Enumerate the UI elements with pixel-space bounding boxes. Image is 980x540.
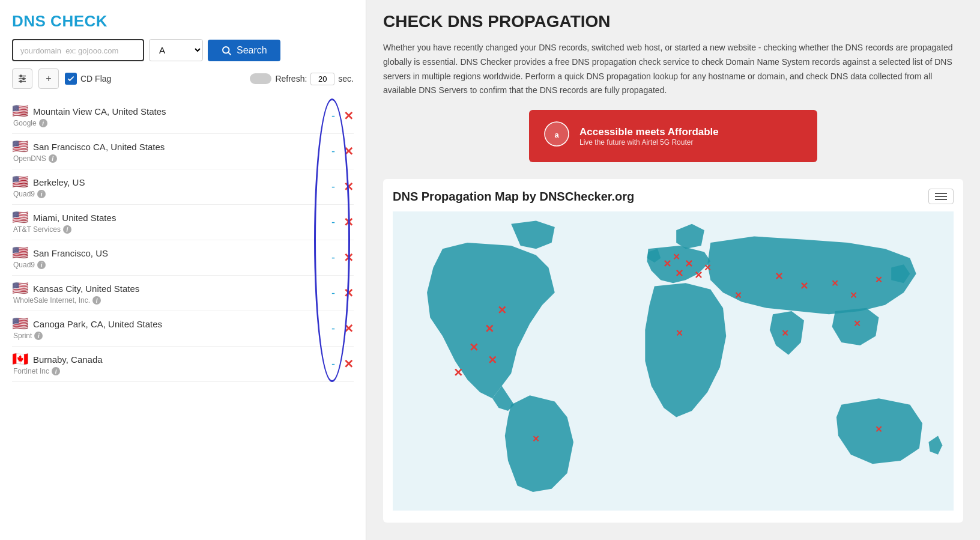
map-menu-button[interactable] [928, 189, 954, 204]
location-name: Canoga Park, CA, United States [33, 319, 162, 329]
table-row: 🇺🇸 Miami, United States AT&T Services i … [12, 205, 354, 240]
server-provider: Quad9 i [13, 190, 331, 198]
minus-link[interactable]: - [331, 111, 335, 121]
minus-link[interactable]: - [331, 288, 335, 299]
server-info: 🇨🇦 Burnaby, Canada Fortinet Inc i [12, 353, 331, 375]
server-actions: - ✕ [331, 252, 354, 264]
server-actions: - ✕ [331, 358, 354, 370]
domain-input[interactable] [12, 39, 144, 61]
server-actions: - ✕ [331, 287, 354, 299]
server-location: 🇺🇸 Kansas City, United States [12, 282, 331, 295]
provider-name: WholeSale Internet, Inc. [13, 296, 90, 305]
svg-text:✕: ✕ [663, 259, 671, 270]
add-button[interactable]: + [38, 68, 59, 89]
remove-server-button[interactable]: ✕ [343, 252, 354, 264]
svg-text:✕: ✕ [850, 291, 858, 300]
server-provider: OpenDNS i [13, 154, 331, 163]
remove-server-button[interactable]: ✕ [343, 145, 354, 157]
server-provider: Fortinet Inc i [13, 367, 331, 375]
location-name: San Francisco, US [33, 248, 108, 258]
info-icon[interactable]: i [52, 367, 60, 375]
svg-text:✕: ✕ [875, 276, 883, 285]
left-panel: DNS CHECK A AAAA CNAME MX NS TXT SOA CAA… [0, 0, 366, 540]
provider-name: Quad9 [13, 261, 35, 269]
remove-server-button[interactable]: ✕ [343, 358, 354, 370]
location-name: Kansas City, United States [33, 284, 139, 294]
svg-text:✕: ✕ [800, 281, 808, 292]
provider-name: OpenDNS [13, 154, 46, 163]
minus-link[interactable]: - [331, 359, 335, 369]
server-info: 🇺🇸 San Francisco CA, United States OpenD… [12, 140, 331, 163]
svg-text:✕: ✕ [685, 259, 693, 270]
svg-text:✕: ✕ [673, 252, 680, 262]
server-info: 🇺🇸 Miami, United States AT&T Services i [12, 211, 331, 234]
server-location: 🇺🇸 Berkeley, US [12, 175, 331, 189]
table-row: 🇺🇸 Mountain View CA, United States Googl… [12, 99, 354, 134]
info-icon[interactable]: i [34, 332, 43, 340]
ad-logo: a [543, 121, 570, 151]
dns-check-title: DNS CHECK [12, 12, 354, 31]
provider-name: AT&T Services [13, 225, 61, 234]
provider-name: Quad9 [13, 190, 35, 198]
location-name: San Francisco CA, United States [33, 142, 165, 152]
svg-point-0 [223, 47, 229, 53]
svg-text:✕: ✕ [831, 279, 839, 288]
world-map: ✕ ✕ ✕ ✕ ✕ ✕ ✕ ✕ ✕ ✕ ✕ ✕ ✕ ✕ ✕ ✕ ✕ [393, 211, 954, 513]
provider-name: Sprint [13, 332, 32, 340]
server-location: 🇺🇸 Canoga Park, CA, United States [12, 317, 331, 330]
svg-text:✕: ✕ [532, 434, 540, 444]
svg-text:✕: ✕ [704, 263, 712, 273]
country-flag: 🇺🇸 [12, 175, 28, 189]
remove-server-button[interactable]: ✕ [343, 323, 354, 335]
remove-server-button[interactable]: ✕ [343, 110, 354, 122]
settings-button[interactable] [12, 68, 32, 89]
ad-text: Accessible meets Affordable Live the fut… [579, 126, 719, 147]
provider-name: Fortinet Inc [13, 367, 49, 375]
cd-flag-checkbox[interactable] [65, 73, 77, 85]
server-actions: - ✕ [331, 181, 354, 193]
location-name: Miami, United States [33, 213, 116, 223]
ad-banner[interactable]: a Accessible meets Affordable Live the f… [529, 110, 817, 162]
info-icon[interactable]: i [49, 154, 57, 163]
search-icon [221, 45, 232, 56]
location-name: Mountain View CA, United States [33, 106, 166, 117]
refresh-value-input[interactable] [310, 73, 334, 85]
minus-link[interactable]: - [331, 146, 335, 157]
svg-point-5 [20, 75, 22, 77]
table-row: 🇺🇸 San Francisco CA, United States OpenD… [12, 134, 354, 169]
search-button[interactable]: Search [208, 40, 280, 61]
info-icon[interactable]: i [92, 296, 101, 305]
remove-server-button[interactable]: ✕ [343, 216, 354, 228]
server-list: 🇺🇸 Mountain View CA, United States Googl… [12, 99, 354, 382]
server-actions: - ✕ [331, 323, 354, 335]
minus-link[interactable]: - [331, 217, 335, 228]
info-icon[interactable]: i [37, 190, 46, 198]
country-flag: 🇨🇦 [12, 353, 28, 366]
server-actions: - ✕ [331, 216, 354, 228]
refresh-toggle[interactable] [250, 73, 271, 84]
country-flag: 🇺🇸 [12, 246, 28, 259]
country-flag: 🇺🇸 [12, 105, 28, 118]
minus-link[interactable]: - [331, 252, 335, 263]
svg-text:✕: ✕ [875, 425, 883, 435]
cd-flag-toggle[interactable]: CD Flag [65, 73, 111, 85]
info-icon[interactable]: i [39, 119, 47, 127]
minus-link[interactable]: - [331, 323, 335, 334]
table-row: 🇺🇸 San Francisco, US Quad9 i - ✕ [12, 240, 354, 276]
svg-point-6 [23, 78, 25, 80]
server-provider: Quad9 i [13, 261, 331, 269]
server-location: 🇺🇸 San Francisco, US [12, 246, 331, 259]
table-row: 🇺🇸 Canoga Park, CA, United States Sprint… [12, 311, 354, 347]
country-flag: 🇺🇸 [12, 211, 28, 224]
refresh-control: Refresh: sec. [250, 73, 354, 85]
svg-text:✕: ✕ [734, 291, 742, 300]
remove-server-button[interactable]: ✕ [343, 181, 354, 193]
server-provider: WholeSale Internet, Inc. i [13, 296, 331, 305]
info-icon[interactable]: i [37, 261, 46, 269]
minus-link[interactable]: - [331, 181, 335, 192]
svg-text:✕: ✕ [781, 329, 789, 338]
remove-server-button[interactable]: ✕ [343, 287, 354, 299]
info-icon[interactable]: i [63, 225, 71, 234]
server-location: 🇺🇸 San Francisco CA, United States [12, 140, 331, 153]
record-type-select[interactable]: A AAAA CNAME MX NS TXT SOA CAA DS DNSKEY [149, 39, 203, 61]
